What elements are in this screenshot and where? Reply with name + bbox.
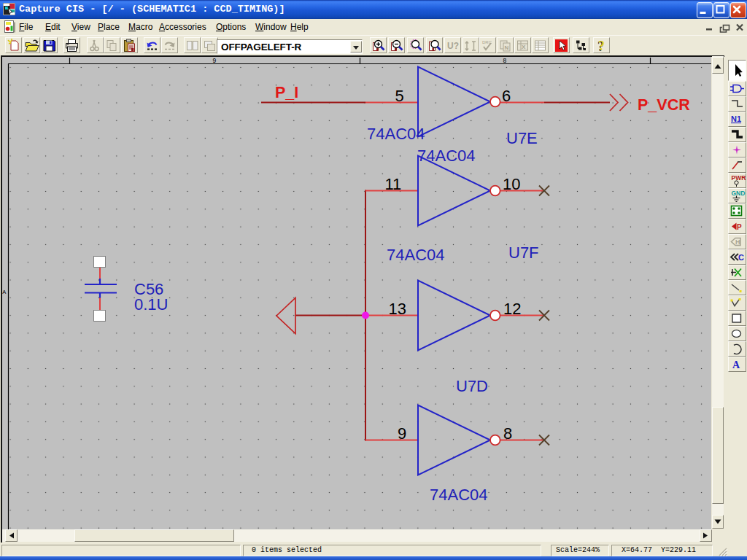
svg-text:H: H xyxy=(735,238,740,246)
svg-text:6: 6 xyxy=(502,87,511,105)
svg-text:9: 9 xyxy=(398,424,406,443)
svg-text:8: 8 xyxy=(503,424,512,443)
svg-text:12: 12 xyxy=(503,300,521,318)
svg-text:0.1U: 0.1U xyxy=(134,295,168,314)
svg-text:9: 9 xyxy=(213,57,217,64)
svg-text:X: X xyxy=(522,44,526,50)
svg-text:74AC04: 74AC04 xyxy=(367,125,425,143)
svg-text:P_I: P_I xyxy=(275,84,298,101)
svg-text:11: 11 xyxy=(385,175,402,193)
svg-text:8: 8 xyxy=(503,57,507,64)
svg-text:GND: GND xyxy=(732,190,746,197)
svg-text:PWR: PWR xyxy=(732,174,746,182)
svg-text:74AC04: 74AC04 xyxy=(430,486,488,504)
svg-text:C: C xyxy=(738,253,744,262)
svg-text:N: N xyxy=(505,44,509,51)
svg-text:A: A xyxy=(2,289,6,295)
svg-text:13: 13 xyxy=(389,300,406,318)
svg-text:N1: N1 xyxy=(731,114,741,123)
svg-text:U?: U? xyxy=(447,41,459,51)
svg-text:U7F: U7F xyxy=(508,244,539,262)
svg-text:74AC04: 74AC04 xyxy=(417,147,476,165)
svg-text:U7D: U7D xyxy=(456,377,488,395)
svg-text:U7E: U7E xyxy=(506,129,538,147)
svg-text:P_VCR: P_VCR xyxy=(638,96,690,114)
svg-text:10: 10 xyxy=(503,175,520,193)
svg-text:P: P xyxy=(737,223,742,231)
svg-text:?: ? xyxy=(598,39,605,53)
svg-text:5: 5 xyxy=(395,87,404,105)
svg-text:74AC04: 74AC04 xyxy=(387,246,445,264)
svg-text:A: A xyxy=(732,359,740,370)
